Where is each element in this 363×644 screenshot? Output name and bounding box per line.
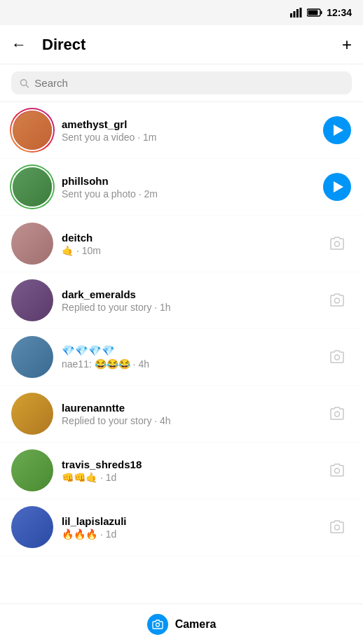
svg-point-9 (335, 241, 340, 246)
list-item[interactable]: travis_shreds18 👊👊🤙 · 1d (0, 442, 363, 499)
message-info: dark_emeralds Replied to your story · 1h (53, 288, 322, 313)
bottom-bar[interactable]: Camera (0, 603, 363, 644)
new-message-button[interactable]: + (342, 35, 352, 55)
username: dark_emeralds (62, 288, 322, 300)
message-info: deitch 🤙 · 10m (53, 232, 322, 256)
avatar (11, 166, 53, 208)
status-time: 12:34 (327, 7, 352, 18)
list-item[interactable]: amethyst_grl Sent you a video · 1m (0, 102, 363, 159)
message-preview: nae11: 😂😂😂 · 4h (62, 358, 322, 370)
message-info: lil_lapislazuli 🔥🔥🔥 · 1d (53, 515, 322, 540)
svg-point-15 (156, 623, 159, 626)
status-icons: 12:34 (290, 7, 352, 18)
camera-action-icon[interactable] (322, 456, 352, 485)
camera-action-icon[interactable] (322, 286, 352, 315)
message-preview: 🔥🔥🔥 · 1d (62, 528, 322, 540)
camera-icon-svg (329, 406, 345, 421)
username: 💎💎💎💎 (62, 344, 322, 357)
message-preview: Sent you a photo · 2m (62, 188, 322, 200)
signal-icon (290, 8, 303, 18)
status-bar: 12:34 (0, 0, 363, 25)
username: deitch (62, 232, 322, 244)
message-preview: 👊👊🤙 · 1d (62, 472, 322, 483)
message-list: amethyst_grl Sent you a video · 1m (0, 102, 363, 602)
avatar (11, 109, 53, 151)
search-input-wrap[interactable] (11, 71, 352, 94)
camera-action-icon[interactable] (322, 342, 352, 372)
camera-label: Camera (175, 618, 217, 631)
message-info: laurenanntte Replied to your story · 4h (53, 402, 322, 426)
svg-rect-0 (290, 13, 292, 18)
camera-action-icon[interactable] (322, 399, 352, 428)
svg-line-8 (26, 85, 28, 87)
camera-icon-svg (329, 463, 345, 478)
message-info: travis_shreds18 👊👊🤙 · 1d (53, 458, 322, 483)
svg-rect-1 (294, 11, 296, 18)
camera-button-icon (147, 614, 168, 635)
message-preview: Replied to your story · 4h (62, 415, 322, 426)
svg-point-10 (335, 298, 340, 303)
battery-icon (307, 8, 322, 17)
avatar (11, 506, 53, 548)
svg-point-11 (335, 355, 340, 360)
search-bar (0, 64, 363, 102)
list-item[interactable]: phillsohn Sent you a photo · 2m (0, 159, 363, 216)
username: laurenanntte (62, 402, 322, 414)
list-item[interactable]: lil_lapislazuli 🔥🔥🔥 · 1d (0, 499, 363, 556)
message-preview: Sent you a video · 1m (62, 132, 322, 143)
camera-icon-svg (329, 293, 345, 308)
camera-svg-icon (152, 620, 163, 629)
message-info: amethyst_grl Sent you a video · 1m (53, 118, 322, 143)
svg-rect-2 (296, 9, 299, 18)
svg-rect-3 (300, 8, 302, 18)
avatar (11, 449, 53, 491)
svg-rect-5 (321, 11, 322, 15)
camera-icon-svg (329, 349, 345, 365)
back-button[interactable]: ← (11, 36, 34, 54)
message-info: 💎💎💎💎 nae11: 😂😂😂 · 4h (53, 344, 322, 370)
svg-point-13 (335, 468, 340, 473)
avatar (11, 279, 53, 321)
search-icon (20, 78, 29, 88)
search-input[interactable] (34, 77, 343, 89)
camera-icon-svg (329, 519, 345, 535)
list-item[interactable]: 💎💎💎💎 nae11: 😂😂😂 · 4h (0, 329, 363, 386)
list-item[interactable]: laurenanntte Replied to your story · 4h (0, 386, 363, 442)
avatar (11, 223, 53, 265)
avatar (11, 336, 53, 378)
svg-point-12 (335, 412, 340, 416)
message-preview: Replied to your story · 1h (62, 302, 322, 313)
list-item[interactable]: dark_emeralds Replied to your story · 1h (0, 272, 363, 329)
list-item[interactable]: deitch 🤙 · 10m (0, 216, 363, 272)
username: phillsohn (62, 175, 322, 187)
camera-icon-svg (329, 236, 345, 251)
page-title: Direct (34, 36, 342, 54)
svg-rect-6 (308, 10, 318, 15)
camera-action-icon[interactable] (322, 512, 352, 542)
play-button[interactable] (322, 172, 352, 202)
username: travis_shreds18 (62, 458, 322, 470)
header: ← Direct + (0, 25, 363, 64)
username: amethyst_grl (62, 118, 322, 130)
svg-point-14 (335, 525, 340, 530)
message-info: phillsohn Sent you a photo · 2m (53, 175, 322, 200)
play-button[interactable] (322, 115, 352, 145)
message-preview: 🤙 · 10m (62, 245, 322, 256)
camera-action-icon[interactable] (322, 229, 352, 258)
avatar (11, 393, 53, 435)
username: lil_lapislazuli (62, 515, 322, 527)
